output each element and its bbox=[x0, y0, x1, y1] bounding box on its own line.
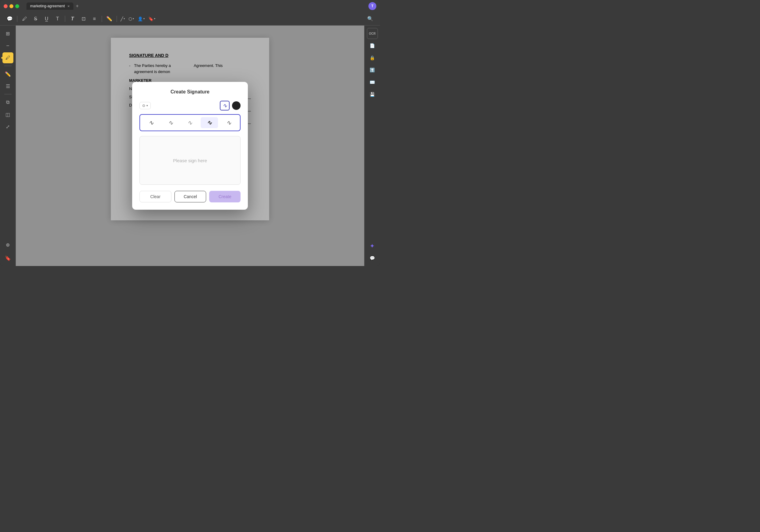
sidebar-icon-layers-bottom[interactable]: ⊕ bbox=[2, 239, 13, 250]
clear-button[interactable]: Clear bbox=[139, 191, 171, 202]
sidebar-active-dot bbox=[1, 57, 3, 59]
tool-icon: ⊙ bbox=[142, 104, 145, 108]
toolbar-divider-2 bbox=[65, 16, 65, 22]
color-options: ∿ bbox=[220, 101, 241, 111]
user-avatar: T bbox=[368, 2, 376, 10]
highlight-pen-icon: 🖊 bbox=[6, 55, 10, 61]
tab-bar: marketing-agreement ✕ + bbox=[26, 2, 78, 10]
modal-footer: Clear Cancel Create bbox=[139, 191, 241, 202]
right-icon-email[interactable]: ✉️ bbox=[367, 77, 378, 88]
modal-overlay: Create Signature ⊙ ▾ ∿ bbox=[16, 25, 364, 266]
color-black[interactable] bbox=[232, 101, 241, 110]
sign-placeholder-text: Please sign here bbox=[173, 158, 207, 163]
sidebar-icon-highlight-pen[interactable]: 🖊 bbox=[2, 52, 13, 63]
line-tool[interactable]: ╱ ▾ bbox=[119, 17, 126, 21]
right-icon-share[interactable]: ⬆️ bbox=[367, 65, 378, 75]
tool-dropdown: ▾ bbox=[146, 104, 148, 107]
sidebar-icon-layout[interactable]: ⊞ bbox=[2, 28, 13, 39]
active-tab[interactable]: marketing-agreement ✕ bbox=[26, 2, 73, 10]
left-sidebar: ⊞ − 🖊 ✏️ ☰ ⧉ ◫ ⤢ ⊕ 🔖 bbox=[0, 25, 16, 266]
highlight-icon[interactable]: 🖊 bbox=[20, 14, 29, 24]
sig-style-1[interactable]: ∿ bbox=[142, 117, 160, 128]
sidebar-divider-1 bbox=[4, 66, 12, 66]
comment-icon[interactable]: 💬 bbox=[5, 14, 15, 24]
draw-icon[interactable]: ✏️ bbox=[105, 14, 114, 24]
text-box-icon[interactable]: ⊡ bbox=[78, 14, 88, 24]
avatar-letter: T bbox=[371, 4, 373, 8]
line-icon: ╱ bbox=[120, 17, 123, 21]
sidebar-icon-layers[interactable]: ⧉ bbox=[2, 97, 13, 108]
right-icon-ocr[interactable]: OCR bbox=[367, 28, 378, 39]
sidebar-icon-stamp[interactable]: ◫ bbox=[2, 109, 13, 120]
sidebar-icon-move[interactable]: ⤢ bbox=[2, 121, 13, 132]
underline-icon[interactable]: U̲ bbox=[42, 14, 51, 24]
sidebar-icon-list[interactable]: ☰ bbox=[2, 81, 13, 92]
modal-tool-button[interactable]: ⊙ ▾ bbox=[139, 102, 151, 109]
modal-toolbar: ⊙ ▾ ∿ bbox=[139, 101, 241, 111]
right-icon-save[interactable]: 💾 bbox=[367, 89, 378, 100]
maximize-button[interactable] bbox=[15, 4, 19, 8]
person-tool[interactable]: 👤 ▾ bbox=[136, 17, 146, 21]
sig-style-4[interactable]: ∿ bbox=[201, 117, 218, 128]
right-icon-doc-search[interactable]: 📄 bbox=[367, 40, 378, 51]
right-sidebar: OCR 📄 🔒 ⬆️ ✉️ 💾 ✦ 💬 bbox=[364, 25, 380, 266]
sidebar-icon-minus[interactable]: − bbox=[2, 40, 13, 51]
minimize-button[interactable] bbox=[10, 4, 13, 8]
sig-style-3[interactable]: ∿ bbox=[181, 117, 199, 128]
signature-style-selector: ∿ ∿ ∿ ∿ ∿ bbox=[139, 114, 241, 131]
text-icon[interactable]: T bbox=[53, 14, 63, 24]
sidebar-icon-bookmark[interactable]: 🔖 bbox=[2, 253, 13, 264]
stamp-icon: 🔖 bbox=[148, 17, 154, 21]
stamp-tool[interactable]: 🔖 ▾ bbox=[147, 17, 157, 21]
strikethrough-icon[interactable]: S̶ bbox=[31, 14, 40, 24]
create-button[interactable]: Create bbox=[209, 191, 241, 202]
shape-tool[interactable]: ⬡ ▾ bbox=[127, 17, 135, 21]
tab-label: marketing-agreement bbox=[30, 4, 65, 8]
right-icon-chat[interactable]: 💬 bbox=[367, 253, 378, 264]
document-area: SIGNATURE AND D - The Parties hereby a A… bbox=[16, 25, 364, 266]
right-icon-sparkle[interactable]: ✦ bbox=[367, 241, 378, 251]
line-dropdown-arrow: ▾ bbox=[123, 17, 125, 20]
modal-title: Create Signature bbox=[139, 89, 241, 95]
search-icon[interactable]: 🔍 bbox=[365, 14, 375, 24]
sign-here-area[interactable]: Please sign here bbox=[139, 136, 241, 185]
close-button[interactable] bbox=[4, 4, 8, 8]
right-icon-lock[interactable]: 🔒 bbox=[367, 52, 378, 63]
toolbar: 💬 🖊 S̶ U̲ T T ⊡ ≡ ✏️ ╱ ▾ ⬡ ▾ 👤 ▾ 🔖 ▾ 🔍 bbox=[0, 12, 380, 25]
person-dropdown-arrow: ▾ bbox=[143, 17, 145, 20]
new-tab-button[interactable]: + bbox=[76, 3, 78, 9]
shape-dropdown-arrow: ▾ bbox=[133, 17, 134, 20]
align-icon[interactable]: ≡ bbox=[89, 14, 99, 24]
color-blue[interactable]: ∿ bbox=[220, 101, 230, 111]
text-style-icon[interactable]: T bbox=[68, 14, 77, 24]
person-icon: 👤 bbox=[138, 17, 143, 21]
shape-icon: ⬡ bbox=[128, 17, 132, 21]
app-window: marketing-agreement ✕ + T 💬 🖊 S̶ U̲ T T … bbox=[0, 0, 380, 266]
toolbar-divider-3 bbox=[102, 16, 102, 22]
sidebar-divider-2 bbox=[4, 94, 12, 94]
tab-close-button[interactable]: ✕ bbox=[67, 5, 70, 8]
sig-style-2[interactable]: ∿ bbox=[162, 117, 180, 128]
create-signature-modal: Create Signature ⊙ ▾ ∿ bbox=[132, 82, 248, 210]
toolbar-divider-4 bbox=[117, 16, 117, 22]
titlebar: marketing-agreement ✕ + T bbox=[0, 0, 380, 12]
cancel-button[interactable]: Cancel bbox=[174, 191, 207, 202]
sidebar-icon-edit[interactable]: ✏️ bbox=[2, 68, 13, 79]
traffic-lights bbox=[4, 4, 19, 8]
main-area: ⊞ − 🖊 ✏️ ☰ ⧉ ◫ ⤢ ⊕ 🔖 SIGNATURE AND D bbox=[0, 25, 380, 266]
stamp-dropdown-arrow: ▾ bbox=[154, 17, 155, 20]
sig-style-5[interactable]: ∿ bbox=[220, 117, 238, 128]
